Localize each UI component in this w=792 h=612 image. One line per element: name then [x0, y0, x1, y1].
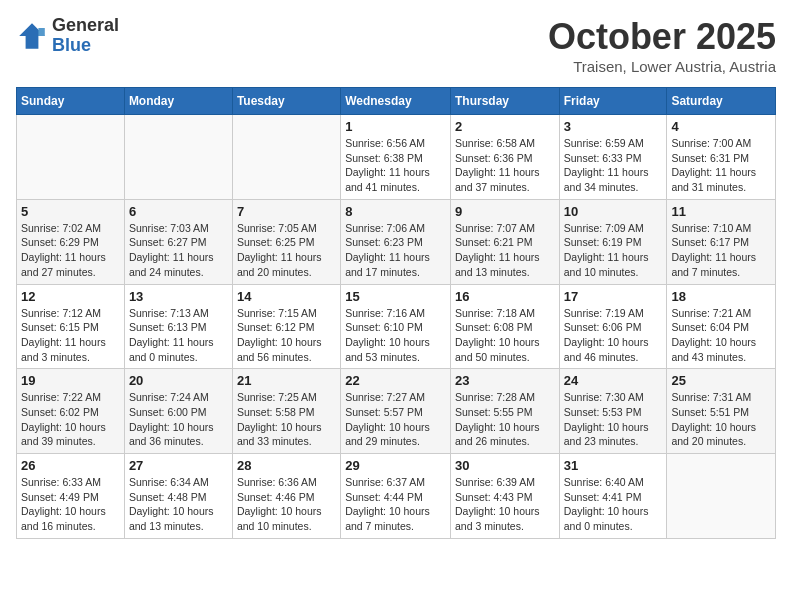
day-info: Sunrise: 6:36 AM Sunset: 4:46 PM Dayligh… — [237, 475, 336, 534]
day-number: 11 — [671, 204, 771, 219]
svg-marker-1 — [38, 28, 44, 36]
day-number: 31 — [564, 458, 663, 473]
calendar-cell: 14Sunrise: 7:15 AM Sunset: 6:12 PM Dayli… — [232, 284, 340, 369]
calendar-cell: 23Sunrise: 7:28 AM Sunset: 5:55 PM Dayli… — [450, 369, 559, 454]
day-info: Sunrise: 7:21 AM Sunset: 6:04 PM Dayligh… — [671, 306, 771, 365]
day-number: 24 — [564, 373, 663, 388]
day-info: Sunrise: 6:39 AM Sunset: 4:43 PM Dayligh… — [455, 475, 555, 534]
day-number: 2 — [455, 119, 555, 134]
day-number: 18 — [671, 289, 771, 304]
day-info: Sunrise: 7:13 AM Sunset: 6:13 PM Dayligh… — [129, 306, 228, 365]
day-number: 3 — [564, 119, 663, 134]
day-info: Sunrise: 7:07 AM Sunset: 6:21 PM Dayligh… — [455, 221, 555, 280]
day-header-tuesday: Tuesday — [232, 88, 340, 115]
calendar-cell: 28Sunrise: 6:36 AM Sunset: 4:46 PM Dayli… — [232, 454, 340, 539]
calendar-cell: 18Sunrise: 7:21 AM Sunset: 6:04 PM Dayli… — [667, 284, 776, 369]
day-header-thursday: Thursday — [450, 88, 559, 115]
week-row-2: 5Sunrise: 7:02 AM Sunset: 6:29 PM Daylig… — [17, 199, 776, 284]
calendar-cell: 4Sunrise: 7:00 AM Sunset: 6:31 PM Daylig… — [667, 115, 776, 200]
day-header-friday: Friday — [559, 88, 667, 115]
calendar-cell: 27Sunrise: 6:34 AM Sunset: 4:48 PM Dayli… — [124, 454, 232, 539]
week-row-3: 12Sunrise: 7:12 AM Sunset: 6:15 PM Dayli… — [17, 284, 776, 369]
day-number: 26 — [21, 458, 120, 473]
day-number: 15 — [345, 289, 446, 304]
calendar-cell: 29Sunrise: 6:37 AM Sunset: 4:44 PM Dayli… — [341, 454, 451, 539]
day-number: 4 — [671, 119, 771, 134]
calendar-cell — [17, 115, 125, 200]
calendar-cell: 2Sunrise: 6:58 AM Sunset: 6:36 PM Daylig… — [450, 115, 559, 200]
day-number: 20 — [129, 373, 228, 388]
calendar-cell — [667, 454, 776, 539]
day-number: 21 — [237, 373, 336, 388]
day-info: Sunrise: 7:06 AM Sunset: 6:23 PM Dayligh… — [345, 221, 446, 280]
day-number: 23 — [455, 373, 555, 388]
calendar-cell: 17Sunrise: 7:19 AM Sunset: 6:06 PM Dayli… — [559, 284, 667, 369]
day-number: 28 — [237, 458, 336, 473]
logo-text: General Blue — [52, 16, 119, 56]
calendar-cell: 5Sunrise: 7:02 AM Sunset: 6:29 PM Daylig… — [17, 199, 125, 284]
calendar-cell: 30Sunrise: 6:39 AM Sunset: 4:43 PM Dayli… — [450, 454, 559, 539]
calendar-cell: 20Sunrise: 7:24 AM Sunset: 6:00 PM Dayli… — [124, 369, 232, 454]
day-info: Sunrise: 7:18 AM Sunset: 6:08 PM Dayligh… — [455, 306, 555, 365]
calendar-cell: 26Sunrise: 6:33 AM Sunset: 4:49 PM Dayli… — [17, 454, 125, 539]
day-header-sunday: Sunday — [17, 88, 125, 115]
day-number: 30 — [455, 458, 555, 473]
day-header-wednesday: Wednesday — [341, 88, 451, 115]
calendar-cell: 16Sunrise: 7:18 AM Sunset: 6:08 PM Dayli… — [450, 284, 559, 369]
day-headers-row: SundayMondayTuesdayWednesdayThursdayFrid… — [17, 88, 776, 115]
day-number: 22 — [345, 373, 446, 388]
day-info: Sunrise: 7:24 AM Sunset: 6:00 PM Dayligh… — [129, 390, 228, 449]
day-info: Sunrise: 7:03 AM Sunset: 6:27 PM Dayligh… — [129, 221, 228, 280]
day-info: Sunrise: 7:19 AM Sunset: 6:06 PM Dayligh… — [564, 306, 663, 365]
day-number: 29 — [345, 458, 446, 473]
day-info: Sunrise: 7:25 AM Sunset: 5:58 PM Dayligh… — [237, 390, 336, 449]
calendar-cell: 21Sunrise: 7:25 AM Sunset: 5:58 PM Dayli… — [232, 369, 340, 454]
day-info: Sunrise: 7:10 AM Sunset: 6:17 PM Dayligh… — [671, 221, 771, 280]
logo: General Blue — [16, 16, 119, 56]
day-number: 8 — [345, 204, 446, 219]
day-info: Sunrise: 7:09 AM Sunset: 6:19 PM Dayligh… — [564, 221, 663, 280]
calendar-cell: 15Sunrise: 7:16 AM Sunset: 6:10 PM Dayli… — [341, 284, 451, 369]
calendar-cell: 24Sunrise: 7:30 AM Sunset: 5:53 PM Dayli… — [559, 369, 667, 454]
day-number: 9 — [455, 204, 555, 219]
calendar-cell: 22Sunrise: 7:27 AM Sunset: 5:57 PM Dayli… — [341, 369, 451, 454]
day-number: 5 — [21, 204, 120, 219]
day-number: 1 — [345, 119, 446, 134]
day-info: Sunrise: 6:59 AM Sunset: 6:33 PM Dayligh… — [564, 136, 663, 195]
calendar-cell: 19Sunrise: 7:22 AM Sunset: 6:02 PM Dayli… — [17, 369, 125, 454]
day-info: Sunrise: 6:37 AM Sunset: 4:44 PM Dayligh… — [345, 475, 446, 534]
day-header-monday: Monday — [124, 88, 232, 115]
day-info: Sunrise: 7:22 AM Sunset: 6:02 PM Dayligh… — [21, 390, 120, 449]
day-number: 14 — [237, 289, 336, 304]
calendar-cell: 9Sunrise: 7:07 AM Sunset: 6:21 PM Daylig… — [450, 199, 559, 284]
day-info: Sunrise: 7:05 AM Sunset: 6:25 PM Dayligh… — [237, 221, 336, 280]
calendar-cell: 13Sunrise: 7:13 AM Sunset: 6:13 PM Dayli… — [124, 284, 232, 369]
calendar-cell: 25Sunrise: 7:31 AM Sunset: 5:51 PM Dayli… — [667, 369, 776, 454]
logo-icon — [16, 20, 48, 52]
day-number: 6 — [129, 204, 228, 219]
calendar-cell: 6Sunrise: 7:03 AM Sunset: 6:27 PM Daylig… — [124, 199, 232, 284]
calendar-cell: 3Sunrise: 6:59 AM Sunset: 6:33 PM Daylig… — [559, 115, 667, 200]
calendar-cell: 31Sunrise: 6:40 AM Sunset: 4:41 PM Dayli… — [559, 454, 667, 539]
week-row-5: 26Sunrise: 6:33 AM Sunset: 4:49 PM Dayli… — [17, 454, 776, 539]
day-number: 7 — [237, 204, 336, 219]
day-number: 25 — [671, 373, 771, 388]
day-info: Sunrise: 6:34 AM Sunset: 4:48 PM Dayligh… — [129, 475, 228, 534]
logo-blue-text: Blue — [52, 36, 119, 56]
day-info: Sunrise: 6:58 AM Sunset: 6:36 PM Dayligh… — [455, 136, 555, 195]
location-subtitle: Traisen, Lower Austria, Austria — [548, 58, 776, 75]
day-info: Sunrise: 7:02 AM Sunset: 6:29 PM Dayligh… — [21, 221, 120, 280]
day-number: 12 — [21, 289, 120, 304]
logo-general-text: General — [52, 16, 119, 36]
calendar-cell — [124, 115, 232, 200]
day-info: Sunrise: 6:40 AM Sunset: 4:41 PM Dayligh… — [564, 475, 663, 534]
calendar-cell: 12Sunrise: 7:12 AM Sunset: 6:15 PM Dayli… — [17, 284, 125, 369]
month-title: October 2025 — [548, 16, 776, 58]
day-number: 16 — [455, 289, 555, 304]
day-number: 10 — [564, 204, 663, 219]
calendar-cell — [232, 115, 340, 200]
day-info: Sunrise: 7:00 AM Sunset: 6:31 PM Dayligh… — [671, 136, 771, 195]
day-info: Sunrise: 7:15 AM Sunset: 6:12 PM Dayligh… — [237, 306, 336, 365]
day-info: Sunrise: 7:27 AM Sunset: 5:57 PM Dayligh… — [345, 390, 446, 449]
day-info: Sunrise: 6:33 AM Sunset: 4:49 PM Dayligh… — [21, 475, 120, 534]
